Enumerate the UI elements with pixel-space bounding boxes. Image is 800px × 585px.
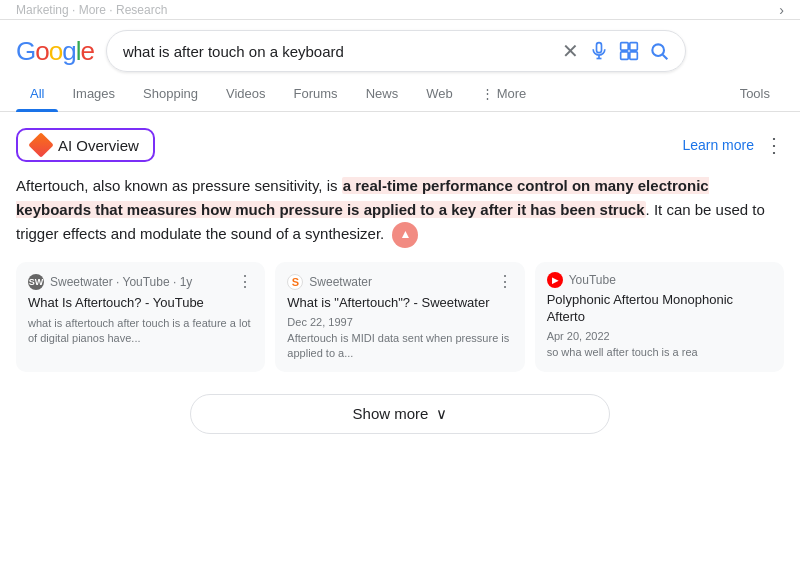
- main-content: AI Overview Learn more ⋮ Aftertouch, als…: [0, 112, 800, 444]
- top-bar: Google ✕: [0, 20, 800, 72]
- show-more-container: Show more ∨: [16, 388, 784, 444]
- svg-rect-6: [630, 52, 638, 60]
- card-2-snippet: Aftertouch is MIDI data sent when pressu…: [287, 331, 512, 362]
- card-3-snippet: so wha well after touch is a rea: [547, 345, 772, 360]
- clear-icon[interactable]: ✕: [562, 39, 579, 63]
- card-3-favicon: ▶: [547, 272, 563, 288]
- card-2-source-name: Sweetwater: [309, 275, 372, 289]
- tab-web[interactable]: Web: [412, 76, 467, 111]
- learn-more-link[interactable]: Learn more: [682, 137, 754, 153]
- svg-point-7: [652, 44, 664, 56]
- prev-nav-bar: Marketing · More · Research ›: [0, 0, 800, 20]
- show-more-button[interactable]: Show more ∨: [190, 394, 610, 434]
- card-1-source-info: SW Sweetwater · YouTube · 1y: [28, 274, 192, 290]
- source-cards: SW Sweetwater · YouTube · 1y ⋮ What Is A…: [16, 262, 784, 372]
- tab-more[interactable]: ⋮ More: [467, 76, 541, 111]
- card-1-title: What Is Aftertouch? - YouTube: [28, 295, 253, 312]
- svg-rect-4: [630, 43, 638, 51]
- tab-shopping[interactable]: Shopping: [129, 76, 212, 111]
- tab-tools[interactable]: Tools: [726, 76, 784, 111]
- card-2-date: Dec 22, 1997: [287, 316, 512, 328]
- tab-all[interactable]: All: [16, 76, 58, 111]
- ai-overview-menu-icon[interactable]: ⋮: [764, 133, 784, 157]
- search-bar: ✕: [106, 30, 686, 72]
- source-card-1[interactable]: SW Sweetwater · YouTube · 1y ⋮ What Is A…: [16, 262, 265, 372]
- tab-forums[interactable]: Forums: [280, 76, 352, 111]
- show-more-chevron: ∨: [436, 405, 447, 423]
- tab-videos[interactable]: Videos: [212, 76, 280, 111]
- card-2-menu-icon[interactable]: ⋮: [497, 272, 513, 291]
- svg-rect-5: [621, 52, 629, 60]
- card-3-title: Polyphonic Aftertou Monophonic Afterto: [547, 292, 772, 326]
- ai-overview-label: AI Overview: [58, 137, 139, 154]
- card-3-source-name: YouTube: [569, 273, 616, 287]
- ai-diamond-icon: [28, 132, 53, 157]
- logo-e: e: [80, 36, 93, 66]
- tab-news[interactable]: News: [352, 76, 413, 111]
- lens-icon[interactable]: [619, 41, 639, 61]
- card-1-source-name: Sweetwater · YouTube · 1y: [50, 275, 192, 289]
- svg-rect-3: [621, 43, 629, 51]
- card-1-header: SW Sweetwater · YouTube · 1y ⋮: [28, 272, 253, 291]
- show-more-label: Show more: [353, 405, 429, 422]
- card-2-favicon: S: [287, 274, 303, 290]
- search-submit-icon[interactable]: [649, 41, 669, 61]
- svg-rect-0: [596, 43, 601, 53]
- logo-g: G: [16, 36, 35, 66]
- ai-body-text: Aftertouch, also known as pressure sensi…: [16, 174, 784, 248]
- card-2-header: S Sweetwater ⋮: [287, 272, 512, 291]
- dots-icon: ⋮: [481, 86, 494, 101]
- source-card-2[interactable]: S Sweetwater ⋮ What is "Aftertouch"? - S…: [275, 262, 524, 372]
- card-3-date: Apr 20, 2022: [547, 330, 772, 342]
- card-1-snippet: what is aftertouch after touch is a feat…: [28, 316, 253, 347]
- card-1-menu-icon[interactable]: ⋮: [237, 272, 253, 291]
- svg-line-8: [663, 55, 668, 60]
- collapse-button[interactable]: ▲: [392, 222, 418, 248]
- prev-nav-text: Marketing · More · Research: [16, 3, 167, 17]
- logo-o2: o: [49, 36, 62, 66]
- source-card-3[interactable]: ▶ YouTube Polyphonic Aftertou Monophonic…: [535, 262, 784, 372]
- ai-body-intro: Aftertouch, also known as pressure sensi…: [16, 177, 342, 194]
- tab-images[interactable]: Images: [58, 76, 129, 111]
- search-icons: ✕: [562, 39, 669, 63]
- nav-arrow[interactable]: ›: [779, 2, 784, 18]
- card-3-source-info: ▶ YouTube: [547, 272, 616, 288]
- card-1-favicon: SW: [28, 274, 44, 290]
- logo-o1: o: [35, 36, 48, 66]
- card-2-source-info: S Sweetwater: [287, 274, 372, 290]
- logo-g2: g: [62, 36, 75, 66]
- voice-search-icon[interactable]: [589, 41, 609, 61]
- card-3-header: ▶ YouTube: [547, 272, 772, 288]
- search-input[interactable]: [123, 43, 554, 60]
- ai-overview-header: AI Overview Learn more ⋮: [16, 128, 784, 162]
- card-2-title: What is "Aftertouch"? - Sweetwater: [287, 295, 512, 312]
- ai-overview-badge[interactable]: AI Overview: [16, 128, 155, 162]
- ai-overview-actions: Learn more ⋮: [682, 133, 784, 157]
- google-logo: Google: [16, 36, 94, 67]
- nav-tabs: All Images Shopping Videos Forums News W…: [0, 76, 800, 112]
